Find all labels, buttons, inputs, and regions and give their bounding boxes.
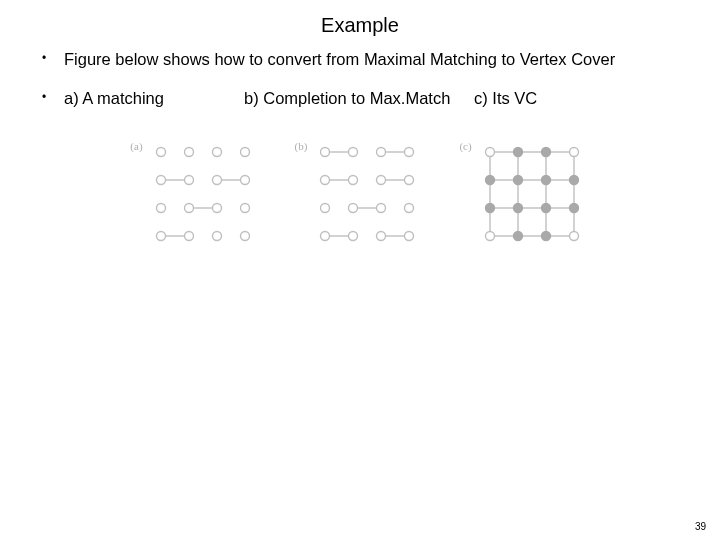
svg-point-68 [513, 147, 522, 156]
svg-point-40 [349, 231, 358, 240]
svg-point-11 [240, 175, 249, 184]
svg-point-77 [541, 203, 550, 212]
svg-point-14 [212, 203, 221, 212]
svg-point-30 [405, 147, 414, 156]
svg-point-76 [513, 203, 522, 212]
svg-point-4 [156, 147, 165, 156]
svg-point-79 [485, 231, 494, 240]
svg-point-36 [349, 203, 358, 212]
bullet-list: Figure below shows how to convert from M… [36, 49, 684, 110]
panel-b: (b) [295, 142, 426, 252]
panel-label-a: (a) [130, 140, 142, 152]
svg-point-5 [184, 147, 193, 156]
panel-label-c: (c) [459, 140, 471, 152]
svg-point-67 [485, 147, 494, 156]
svg-point-10 [212, 175, 221, 184]
svg-point-17 [184, 231, 193, 240]
svg-point-37 [377, 203, 386, 212]
svg-point-13 [184, 203, 193, 212]
figure-area: (a) (b) (c) [36, 142, 684, 252]
svg-point-9 [184, 175, 193, 184]
caption-c: c) Its VC [474, 88, 537, 109]
svg-point-69 [541, 147, 550, 156]
panel-label-b: (b) [295, 140, 308, 152]
svg-point-70 [569, 147, 578, 156]
grid-a [151, 142, 261, 252]
svg-point-35 [321, 203, 330, 212]
svg-point-7 [240, 147, 249, 156]
bullet-1: Figure below shows how to convert from M… [36, 49, 684, 70]
svg-point-72 [513, 175, 522, 184]
svg-point-81 [541, 231, 550, 240]
svg-point-80 [513, 231, 522, 240]
svg-point-12 [156, 203, 165, 212]
bullet-2: a) A matching b) Completion to Max.Match… [36, 88, 684, 109]
page-number: 39 [695, 521, 706, 532]
grid-b [315, 142, 425, 252]
svg-point-71 [485, 175, 494, 184]
svg-point-18 [212, 231, 221, 240]
svg-point-32 [349, 175, 358, 184]
svg-point-74 [569, 175, 578, 184]
svg-point-15 [240, 203, 249, 212]
slide-content: Figure below shows how to convert from M… [0, 37, 720, 252]
panel-a: (a) [130, 142, 260, 252]
svg-point-31 [321, 175, 330, 184]
svg-point-8 [156, 175, 165, 184]
slide-title: Example [0, 0, 720, 37]
svg-point-19 [240, 231, 249, 240]
panel-c: (c) [459, 142, 589, 252]
svg-point-73 [541, 175, 550, 184]
svg-point-75 [485, 203, 494, 212]
svg-point-78 [569, 203, 578, 212]
svg-point-16 [156, 231, 165, 240]
svg-point-39 [321, 231, 330, 240]
svg-point-41 [377, 231, 386, 240]
svg-point-29 [377, 147, 386, 156]
svg-point-38 [405, 203, 414, 212]
svg-point-34 [405, 175, 414, 184]
caption-b: b) Completion to Max.Match [244, 88, 474, 109]
svg-point-33 [377, 175, 386, 184]
svg-point-42 [405, 231, 414, 240]
svg-point-6 [212, 147, 221, 156]
svg-point-27 [321, 147, 330, 156]
svg-point-82 [569, 231, 578, 240]
caption-a: a) A matching [64, 88, 244, 109]
svg-point-28 [349, 147, 358, 156]
grid-c [480, 142, 590, 252]
